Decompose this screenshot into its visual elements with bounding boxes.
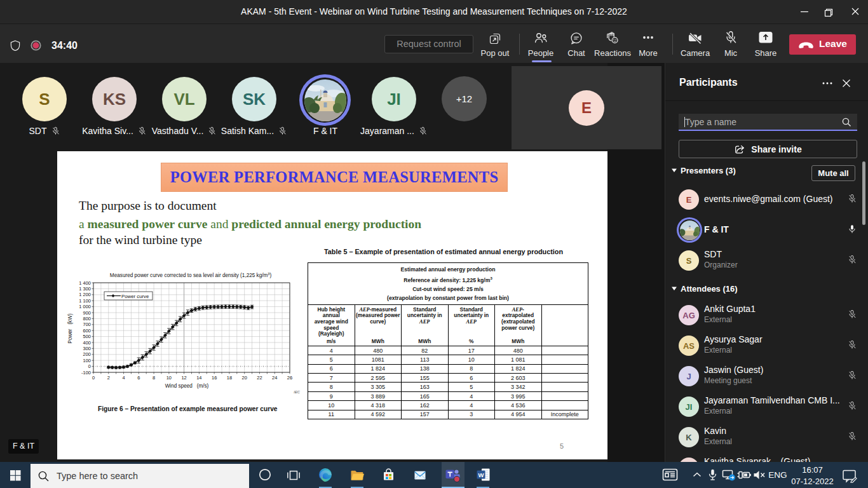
- svg-text:100: 100: [83, 358, 91, 363]
- svg-text:4: 4: [122, 375, 125, 381]
- svg-text:900: 900: [83, 310, 91, 316]
- svg-text:1 300: 1 300: [79, 286, 91, 292]
- svg-text:Power (kW): Power (kW): [67, 313, 73, 344]
- svg-text:200: 200: [83, 351, 91, 357]
- svg-text:1 200: 1 200: [79, 292, 91, 297]
- svg-text:12: 12: [181, 375, 186, 381]
- svg-text:-100: -100: [81, 370, 91, 376]
- svg-text:IEC: IEC: [294, 390, 300, 394]
- svg-text:600: 600: [83, 328, 91, 334]
- svg-text:400: 400: [83, 340, 91, 346]
- svg-text:Wind speed (m/s): Wind speed (m/s): [165, 383, 209, 389]
- svg-text:Figure 6 – Presentation of exa: Figure 6 – Presentation of example measu…: [98, 405, 278, 412]
- svg-text:2: 2: [107, 375, 110, 381]
- svg-text:24: 24: [272, 375, 277, 381]
- svg-text:18: 18: [227, 375, 232, 381]
- svg-text:20: 20: [242, 375, 247, 381]
- svg-text:300: 300: [83, 346, 91, 351]
- svg-text:8: 8: [153, 375, 155, 381]
- svg-text:500: 500: [83, 334, 91, 339]
- svg-text:10: 10: [166, 375, 172, 381]
- svg-text:0: 0: [92, 375, 95, 381]
- svg-text:26: 26: [287, 375, 292, 381]
- svg-text:1 400: 1 400: [79, 280, 91, 286]
- svg-text:0: 0: [88, 363, 91, 369]
- svg-text:Measured power curve corrected: Measured power curve corrected to sea le…: [110, 272, 272, 278]
- svg-text:700: 700: [83, 322, 91, 327]
- svg-text:1 000: 1 000: [79, 304, 91, 309]
- svg-text:6: 6: [137, 375, 140, 381]
- svg-text:W: W: [478, 471, 484, 478]
- svg-text:1 100: 1 100: [79, 298, 91, 304]
- svg-text:16: 16: [212, 375, 217, 381]
- svg-text:22: 22: [257, 375, 262, 381]
- svg-text:14: 14: [196, 375, 201, 381]
- svg-text:Power curve: Power curve: [121, 294, 149, 299]
- svg-text:800: 800: [83, 316, 91, 322]
